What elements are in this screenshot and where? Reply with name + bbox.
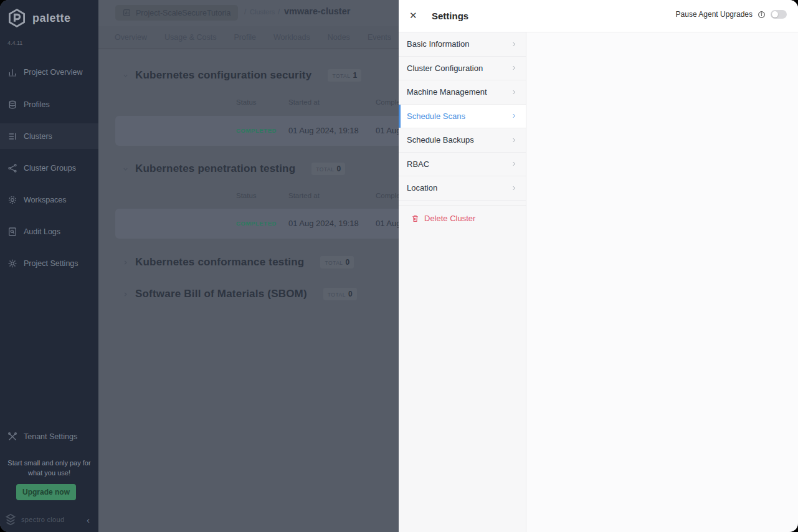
app-window: Project-ScaleSecureTutoria / Clusters / … xyxy=(0,0,798,532)
delete-cluster-button[interactable]: Delete Cluster xyxy=(399,206,526,230)
settings-nav-basic-information[interactable]: Basic Information xyxy=(399,32,526,57)
breadcrumb-project-chip[interactable]: Project-ScaleSecureTutoria xyxy=(115,5,238,21)
sidebar-item-cluster-groups[interactable]: Cluster Groups xyxy=(0,155,98,181)
section-title: Kubernetes conformance testing xyxy=(135,256,304,268)
sidebar-item-label: Audit Logs xyxy=(24,227,60,236)
network-nodes-icon xyxy=(7,163,17,173)
settings-nav-location[interactable]: Location xyxy=(399,176,526,201)
section-penetration-testing: Kubernetes penetration testing TOTAL0 xyxy=(122,163,345,175)
chevron-right-icon xyxy=(511,137,517,143)
sidebar-item-audit-logs[interactable]: Audit Logs xyxy=(0,219,98,244)
breadcrumb-cluster-name: vmware-cluster xyxy=(284,6,350,16)
tab-workloads[interactable]: Workloads xyxy=(273,33,310,42)
gear-icon xyxy=(7,259,17,268)
sidebar: palette 4.4.11 Project Overview Profiles… xyxy=(0,0,98,532)
info-icon[interactable] xyxy=(758,11,766,19)
section-title: Software Bill of Materials (SBOM) xyxy=(135,288,307,300)
close-icon[interactable]: ✕ xyxy=(409,10,417,21)
tab-usage-costs[interactable]: Usage & Costs xyxy=(164,33,216,42)
total-badge: TOTAL0 xyxy=(323,288,357,300)
section-title: Kubernetes configuration security xyxy=(135,69,311,82)
bar-chart-icon xyxy=(7,67,17,77)
trash-icon xyxy=(411,214,419,222)
section-sbom: Software Bill of Materials (SBOM) TOTAL0 xyxy=(122,288,357,300)
col-status: Status xyxy=(236,98,257,106)
row-started: 01 Aug 2024, 19:18 xyxy=(288,219,359,228)
sidebar-item-label: Tenant Settings xyxy=(24,432,77,441)
upgrade-promo-text: Start small and only pay for what you us… xyxy=(0,458,98,478)
breadcrumb-clusters-link[interactable]: Clusters xyxy=(250,8,275,16)
settings-nav: Basic Information Cluster Configuration … xyxy=(399,32,526,532)
breadcrumb-separator-2: / xyxy=(278,7,280,16)
settings-nav-rbac[interactable]: RBAC xyxy=(399,153,526,177)
settings-panel: ✕ Settings Pause Agent Upgrades Basic In… xyxy=(399,0,798,532)
section-conformance-testing: Kubernetes conformance testing TOTAL0 xyxy=(122,256,354,268)
layers-stack-icon xyxy=(7,100,17,110)
cluster-list-icon xyxy=(7,131,17,141)
collapse-sidebar-icon[interactable]: ‹ xyxy=(87,515,90,525)
settings-nav-schedule-backups[interactable]: Schedule Backups xyxy=(399,128,526,153)
breadcrumb-project: Project-ScaleSecureTutoria xyxy=(136,9,230,17)
palette-logo-icon xyxy=(6,7,27,29)
palette-logo: palette xyxy=(6,7,71,29)
chevron-down-icon[interactable] xyxy=(122,72,129,79)
sidebar-item-label: Project Overview xyxy=(24,68,82,77)
sidebar-item-project-settings[interactable]: Project Settings xyxy=(0,250,98,276)
chevron-down-icon[interactable] xyxy=(122,166,129,173)
chevron-right-icon[interactable] xyxy=(122,259,129,266)
pause-agent-upgrades-toggle[interactable] xyxy=(771,10,787,19)
row-started: 01 Aug 2024, 19:18 xyxy=(288,126,359,135)
sidebar-item-label: Cluster Groups xyxy=(24,164,76,173)
chevron-right-icon xyxy=(511,185,517,191)
chevron-right-icon xyxy=(511,41,517,47)
breadcrumb-separator: / xyxy=(244,7,246,16)
sidebar-item-workspaces[interactable]: Workspaces xyxy=(0,187,98,212)
sidebar-item-label: Project Settings xyxy=(24,259,78,268)
upgrade-now-button[interactable]: Upgrade now xyxy=(16,484,76,500)
sidebar-item-tenant-settings[interactable]: Tenant Settings xyxy=(0,424,98,449)
sidebar-item-label: Workspaces xyxy=(24,196,67,204)
sidebar-footer: spectro cloud ‹ xyxy=(4,511,95,528)
sidebar-item-label: Clusters xyxy=(24,132,52,141)
row-status: COMPLETED xyxy=(236,220,277,227)
sidebar-item-project-overview[interactable]: Project Overview xyxy=(0,59,98,85)
tab-profile[interactable]: Profile xyxy=(234,33,255,42)
total-badge: TOTAL0 xyxy=(311,163,345,175)
col-started: Started at xyxy=(288,192,320,199)
col-started: Started at xyxy=(288,98,320,106)
app-version: 4.4.11 xyxy=(7,40,22,46)
chevron-right-icon xyxy=(511,89,517,95)
settings-nav-schedule-scans[interactable]: Schedule Scans xyxy=(399,105,526,129)
section-config-security: Kubernetes configuration security TOTAL1 xyxy=(122,69,361,82)
settings-title: Settings xyxy=(432,11,468,21)
tab-events[interactable]: Events xyxy=(368,33,391,42)
chevron-right-icon xyxy=(511,65,517,71)
sidebar-item-profiles[interactable]: Profiles xyxy=(0,92,98,117)
chevron-right-icon xyxy=(511,113,517,119)
app-name: palette xyxy=(32,12,71,25)
sidebar-item-clusters[interactable]: Clusters xyxy=(0,123,98,149)
tab-overview[interactable]: Overview xyxy=(115,33,147,42)
settings-header: ✕ Settings Pause Agent Upgrades xyxy=(399,0,798,32)
workspaces-icon xyxy=(7,195,17,205)
total-badge: TOTAL0 xyxy=(320,256,354,268)
col-status: Status xyxy=(236,192,257,199)
spectro-cloud-logo-icon xyxy=(4,513,17,526)
total-badge: TOTAL1 xyxy=(328,69,361,82)
audit-log-icon xyxy=(7,227,17,237)
project-icon xyxy=(123,9,131,17)
section-title: Kubernetes penetration testing xyxy=(135,163,295,175)
settings-nav-machine-management[interactable]: Machine Management xyxy=(399,80,526,105)
sidebar-item-label: Profiles xyxy=(24,100,50,109)
settings-nav-cluster-configuration[interactable]: Cluster Configuration xyxy=(399,57,526,81)
tab-nodes[interactable]: Nodes xyxy=(328,33,350,42)
pause-agent-upgrades-label: Pause Agent Upgrades xyxy=(676,10,753,19)
tools-icon xyxy=(7,432,17,442)
spectro-cloud-brand: spectro cloud xyxy=(21,516,64,523)
chevron-right-icon[interactable] xyxy=(122,291,129,298)
chevron-right-icon xyxy=(511,161,517,167)
row-status: COMPLETED xyxy=(236,127,277,134)
